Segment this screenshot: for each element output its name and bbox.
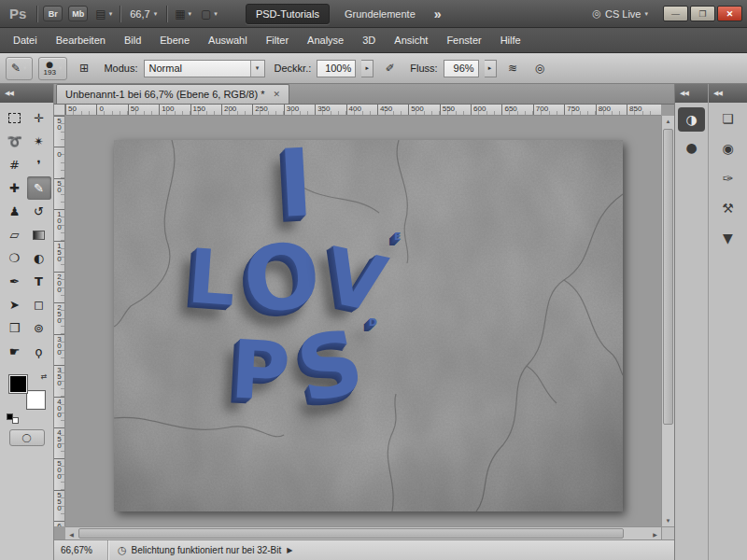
pen-pressure-opacity-button[interactable]: ✐ — [379, 58, 401, 79]
tool-icon: T — [35, 275, 43, 287]
history-brush-tool[interactable]: ↺ — [27, 200, 51, 223]
workspace-overflow-button[interactable]: » — [430, 7, 445, 21]
3d-orbit-tool[interactable]: ⊚ — [27, 316, 51, 340]
pen-tool[interactable]: ✒ — [3, 270, 27, 293]
ruler-origin-corner[interactable] — [54, 105, 65, 116]
tool-icon: ✚ — [9, 182, 20, 194]
collapse-strip2-button[interactable]: ◀◀ — [709, 84, 747, 103]
healing-brush-tool[interactable]: ✚ — [3, 176, 27, 200]
move-tool[interactable]: ✛ — [27, 106, 51, 130]
menu-item[interactable]: Fenster — [437, 30, 490, 50]
vertical-scrollbar[interactable]: ▲ ▼ — [661, 116, 674, 526]
airbrush-button[interactable]: ≋ — [502, 58, 524, 79]
eraser-tool[interactable]: ▱ — [3, 223, 27, 246]
gradient-tool[interactable] — [27, 223, 51, 246]
bridge-button[interactable]: Br — [43, 6, 63, 21]
restore-button[interactable]: ❐ — [690, 6, 715, 21]
dot-circle-icon[interactable]: ● — [678, 133, 705, 161]
menu-item[interactable]: Bearbeiten — [47, 30, 115, 50]
brush-tool[interactable]: ✎ — [27, 176, 51, 200]
workspace-grundelemente-button[interactable]: Grundelemente — [335, 5, 425, 23]
panel-icon-glyph: ● — [685, 140, 697, 155]
workspace-psd-tutorials-button[interactable]: PSD-Tutorials — [246, 4, 330, 24]
screen-mode-button[interactable]: ▢ ▾ — [199, 8, 219, 20]
opacity-field[interactable]: 100% — [317, 60, 356, 77]
ruler-label: 150 — [190, 105, 221, 115]
status-zoom-field[interactable]: 66,67% — [54, 540, 108, 560]
foreground-color-swatch[interactable] — [8, 374, 28, 394]
tab-close-icon[interactable]: ✕ — [273, 90, 280, 99]
flow-slider-button[interactable]: ▸ — [485, 60, 497, 77]
horizontal-scrollbar[interactable]: ◀ ▶ — [65, 526, 661, 539]
vertical-scrollbar-thumb[interactable] — [663, 129, 673, 425]
half-circle-icon[interactable]: ◑ — [678, 107, 705, 132]
menu-item[interactable]: Ebene — [150, 30, 199, 50]
menu-item[interactable]: Ansicht — [385, 30, 437, 50]
pen-nodes-icon[interactable]: ✑ — [712, 164, 744, 192]
swap-colors-icon[interactable]: ⇄ — [41, 372, 48, 381]
cs-live-button[interactable]: ◎ CS Live ▾ — [592, 7, 648, 20]
default-colors-icon[interactable] — [7, 413, 19, 424]
blur-tool[interactable]: ❍ — [3, 246, 27, 270]
blend-mode-select[interactable]: Normal ▾ — [144, 60, 265, 77]
panel-icon-glyph: ⚒ — [722, 201, 734, 216]
arrange-documents-button[interactable]: ▦ ▾ — [173, 8, 193, 20]
artwork-text: I LOVE PSD — [114, 140, 623, 511]
crop-tool[interactable]: # — [3, 153, 27, 176]
menu-item[interactable]: Auswahl — [199, 30, 257, 50]
path-selection-tool[interactable]: ➤ — [3, 293, 27, 316]
chevron-down-icon: ▾ — [644, 10, 648, 18]
lasso-tool[interactable]: ➰ — [3, 130, 27, 153]
menu-item[interactable]: Hilfe — [491, 30, 530, 50]
sphere-icon[interactable]: ◉ — [712, 134, 744, 162]
ruler-label: 50 — [128, 105, 159, 115]
type-tool[interactable]: T — [27, 270, 51, 293]
opacity-slider-button[interactable]: ▸ — [361, 60, 374, 77]
hand-tool[interactable]: ☛ — [3, 340, 27, 363]
vertical-ruler[interactable]: 50050100150200250300350400450500550600 — [54, 116, 65, 526]
menu-item[interactable]: 3D — [353, 30, 385, 50]
quick-selection-tool[interactable]: ✴ — [27, 130, 51, 153]
letter: V — [317, 235, 392, 326]
brush-picker[interactable]: ● 193 ▾ — [38, 57, 68, 80]
collapse-tools-button[interactable]: ◀◀ — [0, 84, 53, 103]
pen-pressure-size-button[interactable]: ◎ — [529, 58, 551, 79]
document-tab[interactable]: Unbenannt-1 bei 66,7% (Ebene 6, RGB/8) *… — [56, 84, 289, 104]
scroll-down-icon[interactable]: ▼ — [662, 515, 674, 526]
menu-item[interactable]: Filter — [257, 30, 298, 50]
dodge-tool[interactable]: ◐ — [27, 246, 51, 270]
down-arrow-icon[interactable]: ▼ — [712, 224, 744, 252]
scroll-left-icon[interactable]: ◀ — [65, 528, 78, 539]
status-menu-button[interactable]: ▶ — [287, 546, 292, 554]
horizontal-scrollbar-thumb[interactable] — [78, 528, 624, 539]
shape-tool[interactable]: ◻ — [27, 293, 51, 316]
zoom-level-control[interactable]: 66,7 ▾ — [126, 8, 161, 20]
close-button[interactable]: ✕ — [717, 6, 742, 21]
collapse-strip1-button[interactable]: ◀◀ — [675, 84, 708, 103]
canvas[interactable]: I LOVE PSD — [114, 140, 623, 511]
strip1-icons: ◑ ● — [675, 103, 708, 161]
background-color-swatch[interactable] — [26, 390, 46, 410]
horizontal-ruler[interactable]: 5005010015020025030035040045050055060065… — [65, 105, 661, 116]
view-extras-button[interactable]: ▤ ▾ — [93, 8, 114, 20]
scroll-up-icon[interactable]: ▲ — [662, 116, 674, 127]
minimize-button[interactable]: — — [663, 6, 688, 21]
eyedropper-tool[interactable]: ❜ — [27, 153, 51, 176]
menu-item[interactable]: Analyse — [298, 30, 353, 50]
flow-field[interactable]: 96% — [444, 60, 479, 77]
tool-preset-picker[interactable]: ✎ ▾ — [6, 57, 33, 80]
mini-bridge-button[interactable]: Mb — [68, 6, 88, 21]
3d-rotate-tool[interactable]: ❒ — [3, 316, 27, 340]
menu-item[interactable]: Bild — [115, 30, 150, 50]
pages-icon[interactable]: ❏ — [712, 105, 744, 133]
quick-mask-button[interactable]: ◯ — [9, 429, 45, 446]
toggle-brush-panel-button[interactable]: ⊞ — [73, 58, 94, 79]
clone-stamp-tool[interactable]: ♟ — [3, 200, 27, 223]
hammer-tools-icon[interactable]: ⚒ — [712, 194, 744, 222]
scroll-right-icon[interactable]: ▶ — [649, 528, 661, 539]
rect-marquee-tool[interactable] — [3, 106, 27, 130]
menu-item[interactable]: Datei — [4, 30, 47, 50]
select-caret[interactable]: ▾ — [250, 61, 264, 77]
zoom-tool[interactable]: ϙ — [27, 340, 51, 363]
document-area: 5005010015020025030035040045050055060065… — [54, 105, 674, 539]
